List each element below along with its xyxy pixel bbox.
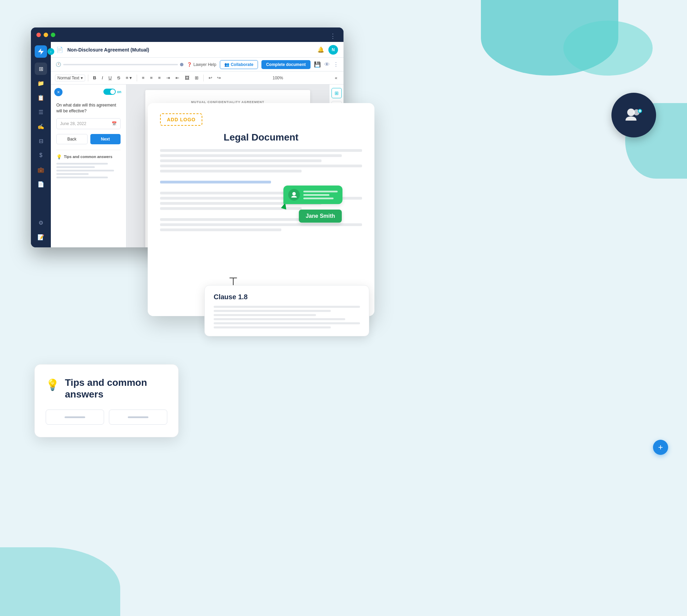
sidebar-item-settings[interactable]: ⚙: [35, 216, 47, 229]
svg-point-3: [292, 192, 296, 195]
plus-action-button[interactable]: +: [653, 440, 668, 455]
tips-button-2[interactable]: [109, 410, 167, 425]
strikethrough-button[interactable]: S: [115, 74, 122, 81]
window-dot-red[interactable]: [36, 33, 41, 37]
tips-button-1[interactable]: [46, 410, 104, 425]
sidebar-item-doc[interactable]: 📝: [35, 231, 47, 243]
chevron-down-icon: ▾: [81, 76, 83, 80]
tips-lightbulb-icon: 💡: [46, 378, 59, 391]
sidebar-expand-btn[interactable]: ›: [47, 48, 54, 55]
sidebar-item-signature[interactable]: ✍: [35, 120, 47, 133]
format-icon[interactable]: ⊞: [331, 88, 342, 98]
user-bubble-avatar: [288, 189, 300, 201]
align-right-button[interactable]: ≡: [156, 74, 163, 81]
bg-blob-bl: [0, 547, 120, 616]
collaborate-circle[interactable]: [611, 93, 656, 137]
legal-doc-line: [160, 149, 362, 152]
user-avatar[interactable]: N: [328, 45, 338, 55]
bg-blob-2: [563, 21, 653, 76]
legal-doc-lines: [160, 149, 362, 306]
next-button[interactable]: Next: [90, 134, 121, 144]
eye-icon[interactable]: 👁: [324, 61, 330, 68]
tip-line-5: [56, 177, 108, 178]
clause-card: Clause 1.8: [204, 285, 369, 336]
lawyer-help-button[interactable]: ❓ Lawyer Help: [187, 62, 216, 67]
clause-line: [214, 326, 331, 328]
collapse-panel-button[interactable]: «: [333, 74, 339, 81]
bold-button[interactable]: B: [91, 74, 98, 81]
user-bubble-lines: [303, 191, 338, 199]
bell-icon[interactable]: 🔔: [317, 46, 324, 53]
tip-line-3: [56, 170, 114, 171]
legal-doc-line: [160, 207, 302, 210]
undo-button[interactable]: ↩: [206, 74, 214, 81]
clause-line: [214, 322, 360, 324]
collaborate-users-icon: [624, 105, 643, 125]
image-button[interactable]: 🖼: [183, 74, 191, 81]
jane-smith-badge: Jane Smith: [299, 210, 342, 223]
sidebar-item-dashboard[interactable]: ⊞: [35, 63, 47, 75]
legal-doc-line: [160, 228, 281, 231]
add-logo-button[interactable]: ADD LOGO: [160, 113, 202, 126]
date-input-field[interactable]: June 28, 2022 📅: [56, 118, 121, 129]
tips-header: 💡 Tips and common answers: [56, 154, 121, 159]
interview-panel: × on On what date will this agreement wi…: [51, 85, 126, 247]
clause-title: Clause 1.8: [214, 293, 360, 301]
back-button[interactable]: Back: [56, 134, 88, 144]
sidebar-item-billing[interactable]: $: [35, 149, 47, 161]
tips-btn-line-1: [65, 416, 85, 418]
history-dot: [180, 63, 183, 66]
toolbar-separator-1: [88, 75, 88, 81]
toolbar-separator-3: [203, 75, 204, 81]
sidebar-item-table[interactable]: ⊟: [35, 135, 47, 147]
collaborate-button[interactable]: 👥 Collaborate: [220, 60, 258, 69]
history-line: [63, 64, 178, 65]
redo-button[interactable]: ↪: [215, 74, 223, 81]
close-button[interactable]: ×: [54, 88, 63, 96]
toggle-switch[interactable]: on: [103, 89, 121, 95]
sidebar-item-documents[interactable]: 📁: [35, 77, 47, 89]
calendar-icon: 📅: [112, 121, 117, 126]
clause-line: [214, 306, 360, 308]
sidebar-item-file[interactable]: 📄: [35, 178, 47, 190]
indent-button[interactable]: ⇥: [164, 74, 172, 81]
lightbulb-icon: 💡: [56, 154, 62, 159]
legal-doc-inner: ADD LOGO Legal Document: [148, 103, 374, 316]
sidebar-logo[interactable]: [35, 45, 47, 58]
tip-line-4: [56, 173, 89, 175]
clause-line: [214, 314, 316, 316]
window-menu-dots[interactable]: ⋮: [330, 32, 337, 40]
sidebar-item-list[interactable]: ☰: [35, 106, 47, 118]
font-style-selector[interactable]: Normal Text ▾: [55, 75, 85, 81]
legal-doc-title: Legal Document: [160, 132, 362, 143]
window-dot-green[interactable]: [51, 33, 55, 37]
list-button[interactable]: ≡ ▾: [124, 74, 134, 81]
window-dot-yellow[interactable]: [44, 33, 48, 37]
tip-line-2: [56, 166, 95, 168]
underline-button[interactable]: U: [106, 74, 114, 81]
toggle-track[interactable]: [103, 89, 116, 95]
zoom-level: 100%: [272, 76, 283, 80]
save-icon[interactable]: 💾: [314, 61, 321, 68]
sidebar-item-briefcase[interactable]: 💼: [35, 164, 47, 176]
undo-redo-group: ↩ ↪: [206, 74, 223, 81]
toolbar-separator-2: [137, 75, 137, 81]
more-options-icon[interactable]: ⋮: [333, 61, 339, 68]
legal-doc-line: [160, 159, 322, 162]
legal-document-card: ADD LOGO Legal Document: [148, 103, 374, 316]
outdent-button[interactable]: ⇤: [173, 74, 181, 81]
document-title: Non-Disclosure Agreement (Mutual): [67, 47, 313, 53]
bubble-line: [303, 191, 338, 192]
table-button[interactable]: ⊞: [193, 74, 201, 81]
complete-document-button[interactable]: Complete document: [261, 60, 311, 69]
sidebar-bottom: ⚙ 📝: [35, 216, 47, 247]
question-icon: ❓: [187, 62, 192, 67]
italic-button[interactable]: I: [100, 74, 105, 81]
interview-buttons: Back Next: [56, 134, 121, 144]
align-left-button[interactable]: ≡: [140, 74, 147, 81]
tips-card-buttons: [46, 410, 167, 425]
collaborate-icon: 👥: [224, 62, 229, 67]
align-center-button[interactable]: ≡: [148, 74, 155, 81]
sidebar-item-templates[interactable]: 📋: [35, 91, 47, 104]
header-icons: 🔔 N: [317, 45, 338, 55]
